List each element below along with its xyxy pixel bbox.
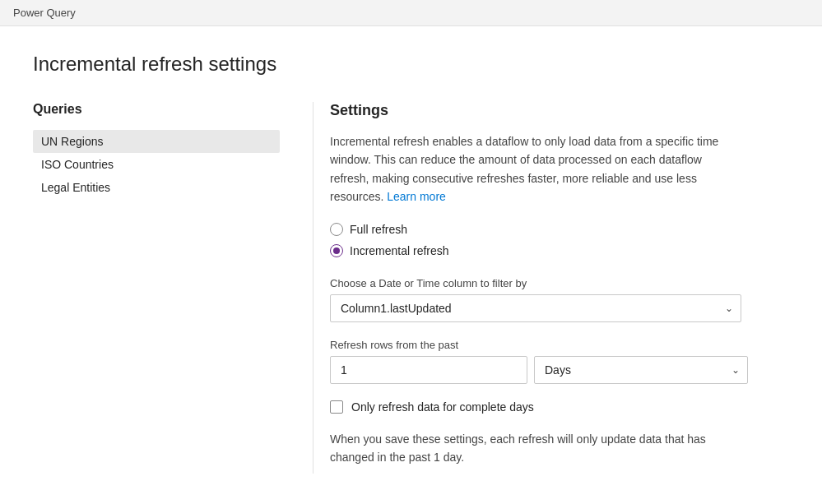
full-refresh-label: Full refresh bbox=[350, 223, 407, 236]
full-refresh-option[interactable]: Full refresh bbox=[330, 223, 789, 236]
queries-heading: Queries bbox=[33, 102, 280, 117]
learn-more-link[interactable]: Learn more bbox=[387, 190, 446, 203]
column-filter-label: Choose a Date or Time column to filter b… bbox=[330, 277, 789, 289]
content-area: Queries UN Regions ISO Countries Legal E… bbox=[33, 102, 789, 474]
query-list: UN Regions ISO Countries Legal Entities bbox=[33, 130, 280, 199]
query-item-iso-countries[interactable]: ISO Countries bbox=[33, 153, 280, 176]
title-bar-label: Power Query bbox=[13, 7, 76, 19]
refresh-rows-label: Refresh rows from the past bbox=[330, 339, 789, 351]
refresh-rows-group: Refresh rows from the past Days Hours Mi… bbox=[330, 339, 789, 384]
incremental-refresh-radio[interactable] bbox=[330, 244, 343, 257]
full-refresh-radio[interactable] bbox=[330, 223, 343, 236]
column-filter-select-wrapper: Column1.lastUpdated ⌄ bbox=[330, 294, 741, 322]
column-filter-group: Choose a Date or Time column to filter b… bbox=[330, 277, 789, 322]
refresh-rows-number-input[interactable] bbox=[330, 356, 527, 384]
complete-days-checkbox[interactable] bbox=[330, 400, 343, 414]
page-title: Incremental refresh settings bbox=[33, 53, 789, 76]
complete-days-checkbox-option[interactable]: Only refresh data for complete days bbox=[330, 400, 789, 414]
query-item-un-regions[interactable]: UN Regions bbox=[33, 130, 280, 153]
refresh-rows-inputs: Days Hours Minutes ⌄ bbox=[330, 356, 789, 384]
main-content: Incremental refresh settings Queries UN … bbox=[0, 26, 822, 500]
incremental-refresh-label: Incremental refresh bbox=[350, 244, 449, 257]
settings-heading: Settings bbox=[330, 102, 789, 119]
column-filter-select[interactable]: Column1.lastUpdated bbox=[330, 294, 741, 322]
settings-description: Incremental refresh enables a dataflow t… bbox=[330, 132, 741, 206]
summary-text: When you save these settings, each refre… bbox=[330, 430, 741, 467]
queries-panel: Queries UN Regions ISO Countries Legal E… bbox=[33, 102, 313, 474]
refresh-unit-select-wrapper: Days Hours Minutes ⌄ bbox=[534, 356, 748, 384]
settings-panel: Settings Incremental refresh enables a d… bbox=[313, 102, 789, 474]
incremental-refresh-option[interactable]: Incremental refresh bbox=[330, 244, 789, 257]
title-bar: Power Query bbox=[0, 0, 822, 26]
query-item-legal-entities[interactable]: Legal Entities bbox=[33, 176, 280, 199]
refresh-type-radio-group: Full refresh Incremental refresh bbox=[330, 223, 789, 257]
complete-days-label: Only refresh data for complete days bbox=[351, 400, 534, 414]
refresh-unit-select[interactable]: Days Hours Minutes bbox=[534, 356, 748, 384]
